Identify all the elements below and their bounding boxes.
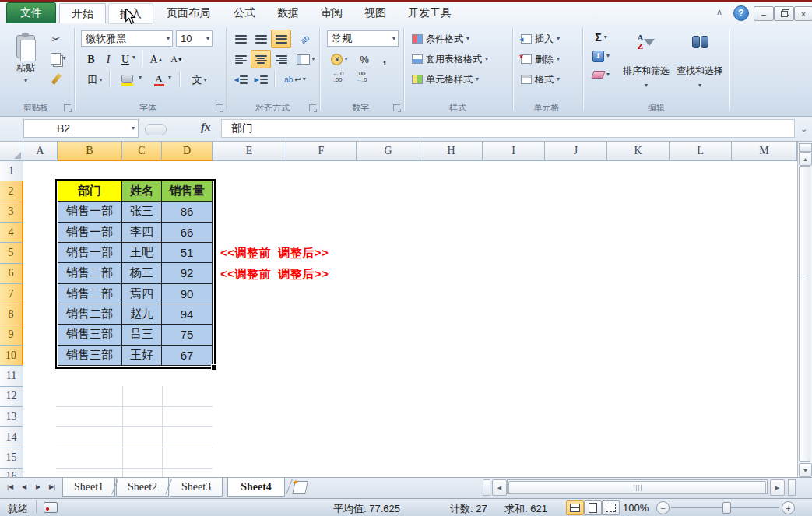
scroll-down-button[interactable]: ▼ [799,463,812,477]
grow-font-button[interactable]: A▲ [146,51,167,68]
tab-developer[interactable]: 开发工具 [399,3,461,23]
column-header-K[interactable]: K [607,142,670,161]
column-header-B[interactable]: B [58,142,122,161]
split-handle-horizontal[interactable] [483,479,490,496]
formula-bar-splitter[interactable] [145,124,167,135]
row-header-1[interactable]: 1 [0,161,23,181]
cell-B2[interactable]: 部门 [58,181,122,202]
annotation-row6[interactable]: <<调整前 调整后>> [220,267,329,282]
alignment-dialog-launcher[interactable] [309,104,316,111]
bold-button[interactable]: B [83,51,100,68]
sort-filter-button[interactable]: AZ 排序和筛选 ▾ [620,28,673,106]
percent-style-button[interactable]: % [355,50,374,68]
sheet-tab-sheet2[interactable]: Sheet2 [116,478,169,497]
font-size-combobox[interactable]: 10▾ [176,30,213,47]
borders-button[interactable]: 田▾ [83,71,107,90]
insert-cells-button[interactable]: ◀ 插入▾ [518,30,579,48]
comma-style-button[interactable]: , [375,50,394,68]
cell-D8[interactable]: 94 [162,304,213,325]
zoom-slider-thumb[interactable] [722,502,731,514]
row-header-8[interactable]: 8 [0,304,23,325]
sheet-tab-sheet4[interactable]: Sheet4 [227,478,285,497]
format-cells-button[interactable]: 格式▾ [518,70,579,89]
row-header-16[interactable]: 16 [0,469,23,477]
insert-function-button[interactable]: fx [201,121,211,134]
sheet-tab-sheet3[interactable]: Sheet3 [170,478,223,497]
tab-page-layout[interactable]: 页面布局 [156,3,221,23]
vertical-scrollbar-thumb[interactable] [799,166,810,462]
split-handle-vertical[interactable] [799,143,812,152]
delete-cells-button[interactable]: × 删除▾ [518,50,579,68]
font-dialog-launcher[interactable] [216,104,223,111]
cell-C6[interactable]: 杨三 [122,263,162,283]
scroll-up-button[interactable]: ▲ [799,152,812,166]
row-header-3[interactable]: 3 [0,202,23,223]
select-all-button[interactable] [0,142,23,161]
align-top-button[interactable] [230,30,251,48]
format-as-table-button[interactable]: 套用表格格式▾ [410,50,514,68]
clipboard-dialog-launcher[interactable] [64,104,71,111]
column-header-G[interactable]: G [357,142,420,161]
row-header-12[interactable]: 12 [0,387,23,407]
row-header-11[interactable]: 11 [0,366,23,386]
cell-B8[interactable]: 销售二部 [58,304,122,325]
copy-button[interactable]: ▾ [47,51,70,66]
horizontal-scrollbar-thumb[interactable] [508,481,766,494]
italic-button[interactable]: I [100,51,117,68]
row-header-10[interactable]: 10 [0,346,23,366]
help-icon[interactable]: ? [733,5,749,21]
column-header-J[interactable]: J [545,142,607,161]
increase-decimal-button[interactable]: ←.0 .00 [327,70,349,90]
column-header-C[interactable]: C [122,142,162,161]
clear-button[interactable]: ▾ [587,66,615,83]
cell-D9[interactable]: 75 [162,325,213,345]
cell-C7[interactable]: 焉四 [122,284,162,304]
row-header-15[interactable]: 15 [0,448,23,469]
minimize-window-button[interactable]: – [754,6,774,21]
minimize-ribbon-icon[interactable]: ∧ [716,7,722,17]
row-header-6[interactable]: 6 [0,264,23,284]
column-header-A[interactable]: A [23,142,58,161]
row-header-2[interactable]: 2 [0,181,23,202]
number-dialog-launcher[interactable] [393,104,400,111]
merge-center-button[interactable]: ▾ [293,50,319,68]
wrap-text-button[interactable]: ab↩▾ [280,70,310,89]
column-header-E[interactable]: E [213,142,286,161]
cell-C10[interactable]: 王好 [122,346,162,366]
cell-B6[interactable]: 销售二部 [58,263,122,283]
row-header-14[interactable]: 14 [0,427,23,448]
cell-B10[interactable]: 销售三部 [58,346,122,366]
cut-button[interactable]: ✂ [47,31,65,47]
row-header-5[interactable]: 5 [0,243,23,263]
view-page-layout-button[interactable] [584,500,602,515]
shrink-font-button[interactable]: A▼ [167,51,187,68]
tab-home[interactable]: 开始 [59,3,106,23]
column-header-M[interactable]: M [732,142,797,161]
tab-data[interactable]: 数据 [268,3,308,23]
underline-dropdown[interactable]: ▾ [132,54,135,61]
scroll-right-button[interactable]: ▶ [770,479,785,496]
cell-B7[interactable]: 销售二部 [58,284,122,304]
decrease-decimal-button[interactable]: .00 →.0 [350,70,372,90]
zoom-level[interactable]: 100% [623,502,649,514]
row-header-9[interactable]: 9 [0,325,23,346]
column-header-D[interactable]: D [162,142,213,161]
fill-handle[interactable] [211,364,217,370]
tab-file[interactable]: 文件 [6,2,56,23]
font-color-button[interactable]: A [148,70,170,90]
last-sheet-button[interactable]: ▶| [46,480,58,493]
next-sheet-button[interactable]: ▶ [32,480,44,493]
cell-D7[interactable]: 90 [162,284,213,304]
cell-D6[interactable]: 92 [162,263,213,283]
first-sheet-button[interactable]: |◀ [4,480,16,493]
row-header-13[interactable]: 13 [0,407,23,427]
row-header-7[interactable]: 7 [0,284,23,304]
cell-C2[interactable]: 姓名 [122,181,162,202]
fill-color-dropdown[interactable]: ▾ [139,75,142,81]
cell-D4[interactable]: 66 [162,223,213,243]
underline-button[interactable]: U [117,51,134,68]
expand-formula-bar-button[interactable]: ⌄ [796,118,811,139]
cell-D2[interactable]: 销售量 [162,181,213,202]
align-bottom-button[interactable] [271,30,291,48]
previous-sheet-button[interactable]: ◀ [18,480,30,493]
